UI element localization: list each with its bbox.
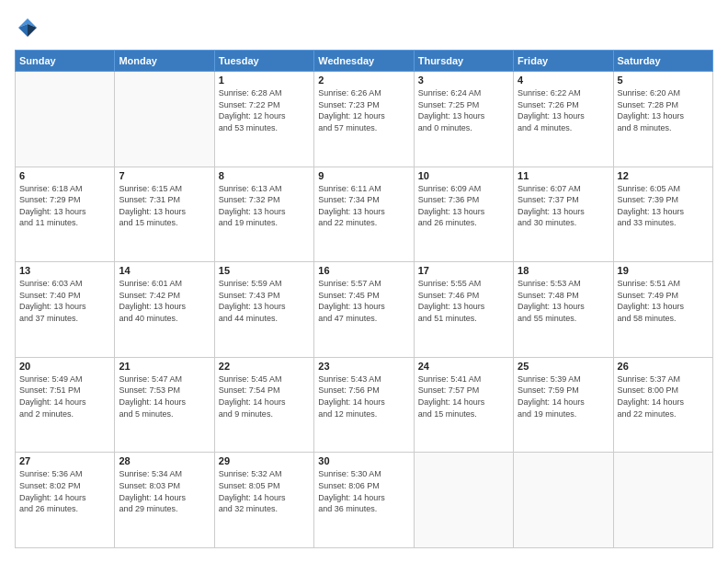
page: SundayMondayTuesdayWednesdayThursdayFrid… [0, 0, 728, 563]
day-number: 4 [518, 75, 609, 86]
calendar-cell: 2Sunrise: 6:26 AM Sunset: 7:23 PM Daylig… [314, 72, 414, 167]
day-info: Sunrise: 6:18 AM Sunset: 7:29 PM Dayligh… [19, 183, 110, 229]
calendar-cell: 14Sunrise: 6:01 AM Sunset: 7:42 PM Dayli… [115, 262, 214, 358]
day-number: 1 [219, 75, 310, 86]
calendar-cell: 9Sunrise: 6:11 AM Sunset: 7:34 PM Daylig… [314, 167, 414, 262]
day-number: 6 [19, 170, 110, 181]
calendar-cell: 24Sunrise: 5:41 AM Sunset: 7:57 PM Dayli… [414, 357, 513, 453]
calendar-cell: 21Sunrise: 5:47 AM Sunset: 7:53 PM Dayli… [115, 357, 214, 453]
day-number: 12 [618, 170, 709, 181]
day-number: 15 [219, 265, 310, 276]
day-info: Sunrise: 5:36 AM Sunset: 8:02 PM Dayligh… [19, 468, 110, 514]
svg-marker-2 [18, 24, 28, 37]
day-number: 11 [518, 170, 609, 181]
day-info: Sunrise: 5:32 AM Sunset: 8:05 PM Dayligh… [219, 468, 310, 514]
day-number: 30 [318, 455, 409, 466]
calendar-cell: 15Sunrise: 5:59 AM Sunset: 7:43 PM Dayli… [214, 262, 313, 358]
day-number: 18 [518, 265, 609, 276]
day-number: 17 [418, 265, 509, 276]
calendar-cell: 30Sunrise: 5:30 AM Sunset: 8:06 PM Dayli… [314, 453, 414, 548]
day-info: Sunrise: 6:09 AM Sunset: 7:36 PM Dayligh… [418, 183, 509, 229]
day-number: 10 [418, 170, 509, 181]
day-info: Sunrise: 5:51 AM Sunset: 7:49 PM Dayligh… [618, 278, 709, 324]
calendar-cell: 13Sunrise: 6:03 AM Sunset: 7:40 PM Dayli… [16, 262, 115, 358]
svg-marker-1 [28, 24, 37, 37]
weekday-friday: Friday [514, 51, 613, 72]
day-number: 3 [418, 75, 509, 86]
day-info: Sunrise: 6:03 AM Sunset: 7:40 PM Dayligh… [19, 278, 110, 324]
calendar-cell: 18Sunrise: 5:53 AM Sunset: 7:48 PM Dayli… [514, 262, 613, 358]
week-row-3: 13Sunrise: 6:03 AM Sunset: 7:40 PM Dayli… [16, 262, 713, 358]
day-number: 20 [19, 361, 110, 372]
calendar-cell: 19Sunrise: 5:51 AM Sunset: 7:49 PM Dayli… [613, 262, 712, 358]
day-number: 28 [119, 455, 210, 466]
week-row-2: 6Sunrise: 6:18 AM Sunset: 7:29 PM Daylig… [16, 167, 713, 262]
day-info: Sunrise: 5:41 AM Sunset: 7:57 PM Dayligh… [418, 373, 509, 419]
calendar-cell: 28Sunrise: 5:34 AM Sunset: 8:03 PM Dayli… [115, 453, 214, 548]
day-number: 27 [19, 455, 110, 466]
day-info: Sunrise: 5:59 AM Sunset: 7:43 PM Dayligh… [219, 278, 310, 324]
calendar-table: SundayMondayTuesdayWednesdayThursdayFrid… [15, 50, 713, 548]
day-number: 25 [518, 361, 609, 372]
day-info: Sunrise: 5:39 AM Sunset: 7:59 PM Dayligh… [518, 373, 609, 419]
day-info: Sunrise: 6:05 AM Sunset: 7:39 PM Dayligh… [618, 183, 709, 229]
day-info: Sunrise: 5:49 AM Sunset: 7:51 PM Dayligh… [19, 373, 110, 419]
weekday-header-row: SundayMondayTuesdayWednesdayThursdayFrid… [16, 51, 713, 72]
calendar-cell [16, 72, 115, 167]
calendar-cell: 11Sunrise: 6:07 AM Sunset: 7:37 PM Dayli… [514, 167, 613, 262]
calendar-cell [115, 72, 214, 167]
header [15, 15, 713, 40]
calendar-cell [414, 453, 513, 548]
week-row-4: 20Sunrise: 5:49 AM Sunset: 7:51 PM Dayli… [16, 357, 713, 453]
calendar-cell: 17Sunrise: 5:55 AM Sunset: 7:46 PM Dayli… [414, 262, 513, 358]
weekday-thursday: Thursday [414, 51, 513, 72]
calendar-cell: 16Sunrise: 5:57 AM Sunset: 7:45 PM Dayli… [314, 262, 414, 358]
day-info: Sunrise: 5:55 AM Sunset: 7:46 PM Dayligh… [418, 278, 509, 324]
calendar-cell: 29Sunrise: 5:32 AM Sunset: 8:05 PM Dayli… [214, 453, 313, 548]
weekday-monday: Monday [115, 51, 214, 72]
day-info: Sunrise: 6:26 AM Sunset: 7:23 PM Dayligh… [318, 87, 409, 133]
day-info: Sunrise: 5:57 AM Sunset: 7:45 PM Dayligh… [318, 278, 409, 324]
logo [15, 15, 42, 40]
week-row-1: 1Sunrise: 6:28 AM Sunset: 7:22 PM Daylig… [16, 72, 713, 167]
calendar-cell: 1Sunrise: 6:28 AM Sunset: 7:22 PM Daylig… [214, 72, 313, 167]
day-info: Sunrise: 6:01 AM Sunset: 7:42 PM Dayligh… [119, 278, 210, 324]
day-info: Sunrise: 6:07 AM Sunset: 7:37 PM Dayligh… [518, 183, 609, 229]
day-number: 7 [119, 170, 210, 181]
calendar-cell: 20Sunrise: 5:49 AM Sunset: 7:51 PM Dayli… [16, 357, 115, 453]
day-number: 21 [119, 361, 210, 372]
day-info: Sunrise: 6:22 AM Sunset: 7:26 PM Dayligh… [518, 87, 609, 133]
weekday-sunday: Sunday [16, 51, 115, 72]
calendar-cell: 4Sunrise: 6:22 AM Sunset: 7:26 PM Daylig… [514, 72, 613, 167]
day-info: Sunrise: 6:15 AM Sunset: 7:31 PM Dayligh… [119, 183, 210, 229]
day-info: Sunrise: 5:37 AM Sunset: 8:00 PM Dayligh… [618, 373, 709, 419]
day-number: 19 [618, 265, 709, 276]
calendar-cell: 25Sunrise: 5:39 AM Sunset: 7:59 PM Dayli… [514, 357, 613, 453]
calendar-cell [514, 453, 613, 548]
day-number: 14 [119, 265, 210, 276]
day-number: 2 [318, 75, 409, 86]
calendar-cell: 12Sunrise: 6:05 AM Sunset: 7:39 PM Dayli… [613, 167, 712, 262]
day-number: 23 [318, 361, 409, 372]
day-info: Sunrise: 6:24 AM Sunset: 7:25 PM Dayligh… [418, 87, 509, 133]
day-info: Sunrise: 5:47 AM Sunset: 7:53 PM Dayligh… [119, 373, 210, 419]
day-info: Sunrise: 6:11 AM Sunset: 7:34 PM Dayligh… [318, 183, 409, 229]
day-info: Sunrise: 6:13 AM Sunset: 7:32 PM Dayligh… [219, 183, 310, 229]
day-info: Sunrise: 5:43 AM Sunset: 7:56 PM Dayligh… [318, 373, 409, 419]
calendar-cell: 8Sunrise: 6:13 AM Sunset: 7:32 PM Daylig… [214, 167, 313, 262]
calendar-cell: 3Sunrise: 6:24 AM Sunset: 7:25 PM Daylig… [414, 72, 513, 167]
day-number: 5 [618, 75, 709, 86]
day-info: Sunrise: 6:28 AM Sunset: 7:22 PM Dayligh… [219, 87, 310, 133]
day-info: Sunrise: 5:30 AM Sunset: 8:06 PM Dayligh… [318, 468, 409, 514]
day-number: 22 [219, 361, 310, 372]
calendar-cell: 10Sunrise: 6:09 AM Sunset: 7:36 PM Dayli… [414, 167, 513, 262]
day-info: Sunrise: 5:45 AM Sunset: 7:54 PM Dayligh… [219, 373, 310, 419]
weekday-wednesday: Wednesday [314, 51, 414, 72]
calendar-cell: 22Sunrise: 5:45 AM Sunset: 7:54 PM Dayli… [214, 357, 313, 453]
calendar-cell: 6Sunrise: 6:18 AM Sunset: 7:29 PM Daylig… [16, 167, 115, 262]
day-number: 26 [618, 361, 709, 372]
weekday-tuesday: Tuesday [214, 51, 313, 72]
calendar-cell: 27Sunrise: 5:36 AM Sunset: 8:02 PM Dayli… [16, 453, 115, 548]
calendar-cell: 26Sunrise: 5:37 AM Sunset: 8:00 PM Dayli… [613, 357, 712, 453]
day-number: 16 [318, 265, 409, 276]
